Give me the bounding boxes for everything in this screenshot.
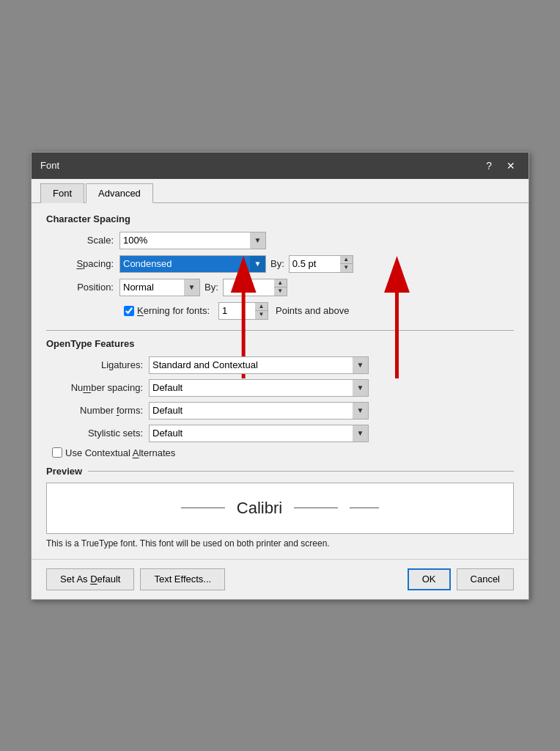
- scale-label: Scale:: [46, 235, 119, 246]
- spacing-row: Spacing: Condensed ▼ By: 0.5 pt ▲ ▼: [46, 255, 514, 273]
- position-by-spin: ▲ ▼: [223, 279, 287, 296]
- position-select[interactable]: Normal: [119, 279, 200, 296]
- number-forms-select-wrapper: Default ▼: [149, 402, 369, 420]
- contextual-row: Use Contextual Alternates: [52, 447, 514, 458]
- cancel-button[interactable]: Cancel: [457, 568, 514, 590]
- close-button[interactable]: ✕: [502, 158, 520, 173]
- set-default-button[interactable]: Set As Default: [46, 568, 134, 590]
- number-forms-select[interactable]: Default: [149, 402, 369, 420]
- help-button[interactable]: ?: [482, 158, 496, 173]
- preview-font-name: Calibri: [237, 499, 282, 518]
- kerning-checkbox-label[interactable]: Kerning for fonts:: [124, 305, 210, 316]
- number-spacing-label: Number spacing:: [46, 382, 149, 393]
- preview-title: Preview: [46, 466, 514, 477]
- spacing-by-input[interactable]: 0.5 pt: [289, 255, 340, 273]
- number-forms-label: Number forms:: [46, 405, 149, 416]
- scale-select-wrapper: 100% ▼: [119, 232, 266, 249]
- contextual-label-text: Use Contextual Alternates: [65, 447, 175, 458]
- spacing-by-up[interactable]: ▲: [340, 256, 353, 265]
- text-effects-button[interactable]: Text Effects...: [140, 568, 225, 590]
- ligatures-row: Ligatures: Standard and Contextual ▼: [46, 356, 514, 374]
- kerning-checkbox[interactable]: [124, 306, 134, 316]
- kerning-row: Kerning for fonts: 1 ▲ ▼ Points and abov…: [46, 302, 514, 320]
- font-dialog: Font ? ✕ Font Advanced Character Spacing…: [31, 152, 529, 600]
- number-spacing-row: Number spacing: Default ▼: [46, 379, 514, 397]
- position-by-spinbtns: ▲ ▼: [274, 279, 287, 296]
- ligatures-select[interactable]: Standard and Contextual: [149, 356, 369, 374]
- text-effects-label: Text Effects...: [154, 574, 211, 585]
- ok-button[interactable]: OK: [408, 568, 451, 590]
- spacing-by-label: By:: [270, 258, 284, 269]
- tabs-row: Font Advanced: [32, 179, 528, 203]
- spacing-label: Spacing:: [46, 258, 119, 269]
- tab-advanced[interactable]: Advanced: [86, 183, 153, 203]
- number-spacing-select-wrapper: Default ▼: [149, 379, 369, 397]
- preview-text-container: Calibri: [181, 499, 379, 518]
- position-label: Position:: [46, 282, 119, 293]
- preview-line-right: [350, 508, 379, 508]
- character-spacing-fields: Scale: 100% ▼ Spacing: Condensed ▼: [46, 232, 514, 320]
- number-forms-row: Number forms: Default ▼: [46, 402, 514, 420]
- position-row: Position: Normal ▼ By: ▲ ▼: [46, 279, 514, 296]
- preview-section: Preview Calibri This is a TrueType font.…: [46, 466, 514, 549]
- position-by-label: By:: [205, 282, 218, 293]
- kerning-spinbtns: ▲ ▼: [255, 302, 268, 320]
- tab-font[interactable]: Font: [40, 183, 84, 203]
- kerning-points-label: Points and above: [276, 305, 349, 316]
- kerning-spin: 1 ▲ ▼: [218, 302, 268, 320]
- spacing-by-spinbtns: ▲ ▼: [340, 255, 353, 273]
- preview-note: This is a TrueType font. This font will …: [46, 538, 514, 549]
- title-bar-controls: ? ✕: [482, 158, 520, 173]
- contextual-checkbox-label[interactable]: Use Contextual Alternates: [52, 447, 175, 458]
- position-select-wrapper: Normal ▼: [119, 279, 200, 296]
- position-by-up[interactable]: ▲: [274, 279, 287, 288]
- ligatures-select-wrapper: Standard and Contextual ▼: [149, 356, 369, 374]
- dialog-footer: Set As Default Text Effects... OK Cancel: [32, 559, 528, 599]
- opentype-section: OpenType Features Ligatures: Standard an…: [46, 338, 514, 458]
- preview-title-text: Preview: [46, 466, 82, 477]
- preview-title-line: [88, 471, 514, 472]
- preview-line-middle: [294, 508, 338, 508]
- stylistic-sets-select[interactable]: Default: [149, 425, 369, 442]
- stylistic-sets-row: Stylistic sets: Default ▼: [46, 425, 514, 442]
- kerning-label-text: Kerning for fonts:: [137, 305, 210, 316]
- spacing-by-down[interactable]: ▼: [340, 264, 353, 272]
- kerning-down[interactable]: ▼: [255, 311, 268, 319]
- dialog-content: Character Spacing Scale: 100% ▼ Spacing:: [32, 203, 528, 559]
- title-bar: Font ? ✕: [32, 153, 528, 179]
- spacing-select-wrapper: Condensed ▼: [119, 255, 266, 273]
- set-default-label: Set As Default: [60, 574, 120, 585]
- character-spacing-title: Character Spacing: [46, 213, 514, 224]
- number-spacing-select[interactable]: Default: [149, 379, 369, 397]
- preview-box: Calibri: [46, 483, 514, 534]
- dialog-title: Font: [40, 160, 59, 171]
- spacing-by-spin: 0.5 pt ▲ ▼: [289, 255, 353, 273]
- ligatures-label: Ligatures:: [46, 359, 149, 370]
- kerning-input[interactable]: 1: [218, 302, 255, 320]
- stylistic-sets-label: Stylistic sets:: [46, 428, 149, 439]
- spacing-select[interactable]: Condensed: [119, 255, 266, 273]
- position-by-down[interactable]: ▼: [274, 287, 287, 296]
- position-by-input[interactable]: [223, 279, 274, 296]
- scale-row: Scale: 100% ▼: [46, 232, 514, 249]
- opentype-title: OpenType Features: [46, 338, 514, 349]
- preview-line-left: [181, 508, 225, 508]
- scale-select[interactable]: 100%: [119, 232, 266, 249]
- contextual-checkbox[interactable]: [52, 447, 62, 458]
- opentype-divider: [46, 330, 514, 331]
- kerning-up[interactable]: ▲: [255, 303, 268, 312]
- stylistic-sets-select-wrapper: Default ▼: [149, 425, 369, 442]
